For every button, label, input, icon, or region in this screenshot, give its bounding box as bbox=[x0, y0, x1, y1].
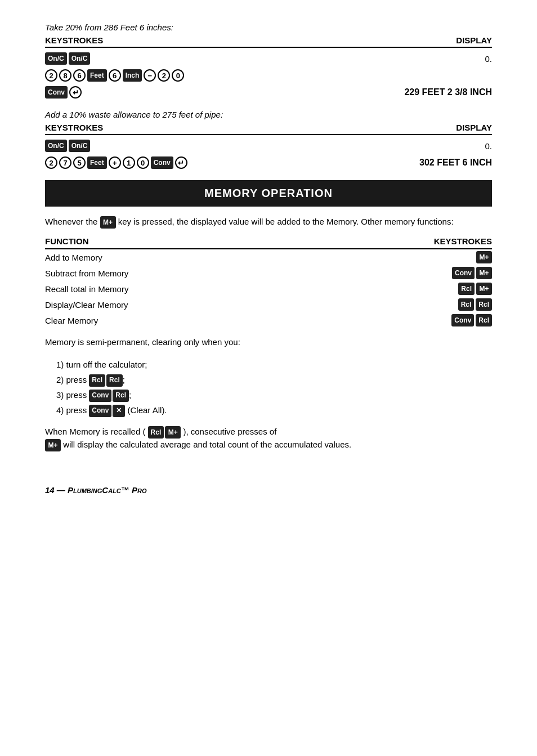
example1-row1: On/C On/C 0. bbox=[45, 51, 492, 66]
example2-row1: On/C On/C 0. bbox=[45, 138, 492, 153]
recall-paragraph: When Memory is recalled ( Rcl M+ ), cons… bbox=[45, 426, 492, 451]
key-feet-2: Feet bbox=[87, 156, 107, 169]
key-plus: + bbox=[109, 156, 121, 169]
list3-keys: Conv Rcl bbox=[89, 390, 129, 402]
key-x-list4: ✕ bbox=[113, 405, 125, 417]
intro-text-2: key is pressed, the displayed value will… bbox=[118, 217, 454, 226]
key-conv-1: Conv bbox=[45, 86, 68, 99]
key-onc-3: On/C bbox=[45, 140, 67, 152]
example2-row2-display: 302 FEET 6 INCH bbox=[419, 158, 492, 168]
key-minus: − bbox=[144, 69, 156, 82]
func-keys-group-4: ConvRcl bbox=[451, 314, 492, 326]
recall-keys-group: Rcl M+ bbox=[148, 426, 181, 439]
keystrokes-label-1: KEYSTROKES bbox=[45, 35, 103, 45]
func-key-0-0: M+ bbox=[476, 251, 492, 263]
example2-row1-display: 0. bbox=[485, 141, 492, 151]
key-2b: 2 bbox=[158, 69, 170, 82]
recall-text-2: ), consecutive presses of bbox=[183, 427, 276, 436]
func-key-4-1: Rcl bbox=[476, 314, 492, 326]
example2-row2: 2 7 5 Feet + 1 0 Conv ↵ 302 FEET 6 INCH bbox=[45, 155, 492, 170]
func-name-3: Display/Clear Memory bbox=[45, 297, 308, 312]
example2-row1-keys: On/C On/C bbox=[45, 140, 90, 152]
func-row-2: Recall total in MemoryRclM+ bbox=[45, 281, 492, 297]
key-rcl-recall: Rcl bbox=[148, 426, 164, 439]
func-key-3-1: Rcl bbox=[476, 298, 492, 311]
key-conv-2: Conv bbox=[151, 156, 173, 169]
func-keys-4: ConvRcl bbox=[308, 312, 492, 328]
function-col-header: FUNCTION bbox=[45, 236, 308, 249]
footer-text: 14 — PlumbingCalc™ Pro bbox=[45, 485, 146, 495]
example1-row3-keys: Conv ↵ bbox=[45, 86, 82, 99]
func-key-3-0: Rcl bbox=[458, 298, 475, 311]
key-0b: 0 bbox=[137, 156, 149, 169]
key-mplus-recall: M+ bbox=[165, 426, 181, 439]
key-rcl-list1: Rcl bbox=[89, 374, 105, 387]
example1-description: Take 20% from 286 Feet 6 inches: bbox=[45, 23, 492, 32]
key-mplus-recall2: M+ bbox=[45, 439, 61, 451]
example1-row3-display: 229 FEET 2 3/8 INCH bbox=[404, 87, 492, 97]
key-enter-2: ↵ bbox=[175, 156, 187, 169]
func-key-1-0: Conv bbox=[452, 267, 475, 279]
example2-description: Add a 10% waste allowance to 275 feet of… bbox=[45, 110, 492, 119]
footer: 14 — PlumbingCalc™ Pro bbox=[45, 485, 492, 495]
func-keys-2: RclM+ bbox=[308, 281, 492, 297]
recall-text-1: When Memory is recalled ( bbox=[45, 427, 145, 436]
example1-section: Take 20% from 286 Feet 6 inches: KEYSTRO… bbox=[45, 23, 492, 100]
key-conv-list4: Conv bbox=[89, 405, 111, 417]
list-item-3: 3) press Conv Rcl ; bbox=[56, 387, 492, 402]
memory-operation-header: MEMORY OPERATION bbox=[45, 180, 492, 207]
func-name-0: Add to Memory bbox=[45, 249, 308, 265]
func-name-1: Subtract from Memory bbox=[45, 265, 308, 281]
key-1: 1 bbox=[123, 156, 135, 169]
key-onc-1: On/C bbox=[45, 52, 67, 65]
key-enter-1: ↵ bbox=[69, 86, 82, 99]
keystrokes-col-header: KEYSTROKES bbox=[308, 236, 492, 249]
example2-header: KEYSTROKES DISPLAY bbox=[45, 123, 492, 135]
function-table: FUNCTION KEYSTROKES Add to MemoryM+Subtr… bbox=[45, 236, 492, 328]
key-rcl-list2: Rcl bbox=[106, 374, 123, 387]
intro-text-1: Whenever the bbox=[45, 217, 97, 226]
example1-row1-keys: On/C On/C bbox=[45, 52, 90, 65]
func-row-0: Add to MemoryM+ bbox=[45, 249, 492, 265]
example1-row2: 2 8 6 Feet 6 Inch − 2 0 bbox=[45, 68, 492, 83]
func-keys-group-2: RclM+ bbox=[458, 283, 492, 295]
semi-permanent-text: Memory is semi-permanent, clearing only … bbox=[45, 336, 492, 349]
key-0a: 0 bbox=[172, 69, 184, 82]
key-2c: 2 bbox=[45, 156, 57, 169]
key-8: 8 bbox=[59, 69, 71, 82]
memory-intro-text: Whenever the M+ key is pressed, the disp… bbox=[45, 216, 492, 229]
list-item-4: 4) press Conv ✕ (Clear All). bbox=[56, 402, 492, 418]
func-keys-group-1: ConvM+ bbox=[452, 267, 492, 279]
list4-keys: Conv ✕ bbox=[89, 405, 125, 417]
key-5: 5 bbox=[73, 156, 86, 169]
key-onc-2: On/C bbox=[69, 52, 91, 65]
func-keys-3: RclRcl bbox=[308, 297, 492, 312]
intro-m-plus-group: M+ bbox=[100, 216, 116, 229]
func-keys-1: ConvM+ bbox=[308, 265, 492, 281]
recall-text-3: will display the calculated average and … bbox=[63, 440, 351, 449]
example2-section: Add a 10% waste allowance to 275 feet of… bbox=[45, 110, 492, 170]
key-onc-4: On/C bbox=[69, 140, 91, 152]
key-7: 7 bbox=[59, 156, 71, 169]
func-key-4-0: Conv bbox=[451, 314, 474, 326]
key-6a: 6 bbox=[73, 69, 86, 82]
function-table-header-row: FUNCTION KEYSTROKES bbox=[45, 236, 492, 249]
example1-row3: Conv ↵ 229 FEET 2 3/8 INCH bbox=[45, 85, 492, 100]
func-row-3: Display/Clear MemoryRclRcl bbox=[45, 297, 492, 312]
example1-header: KEYSTROKES DISPLAY bbox=[45, 35, 492, 48]
func-name-2: Recall total in Memory bbox=[45, 281, 308, 297]
display-label-1: DISPLAY bbox=[456, 35, 492, 45]
func-name-4: Clear Memory bbox=[45, 312, 308, 328]
func-keys-group-3: RclRcl bbox=[458, 298, 492, 311]
memory-list: 1) turn off the calculator; 2) press Rcl… bbox=[56, 357, 492, 418]
list2-keys: Rcl Rcl bbox=[89, 374, 122, 387]
key-mplus-intro: M+ bbox=[100, 216, 116, 229]
example1-row2-keys: 2 8 6 Feet 6 Inch − 2 0 bbox=[45, 69, 184, 82]
key-2a: 2 bbox=[45, 69, 57, 82]
key-rcl-list3: Rcl bbox=[113, 390, 129, 402]
func-key-1-1: M+ bbox=[476, 267, 492, 279]
key-conv-list: Conv bbox=[89, 390, 111, 402]
display-label-2: DISPLAY bbox=[456, 123, 492, 132]
func-row-1: Subtract from MemoryConvM+ bbox=[45, 265, 492, 281]
func-key-2-0: Rcl bbox=[458, 283, 475, 295]
